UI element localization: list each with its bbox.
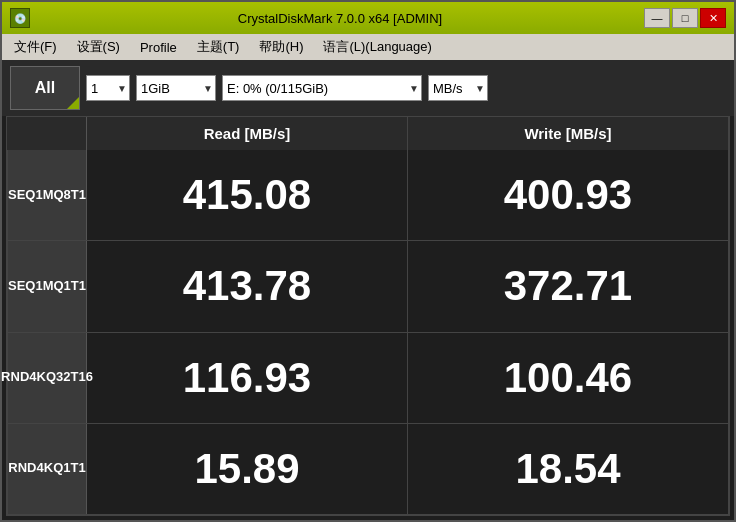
main-content: Read [MB/s] Write [MB/s] SEQ1M Q8T1 415.… bbox=[2, 116, 734, 520]
unit-select-wrapper: MB/s GB/s IOPS ▼ bbox=[428, 75, 488, 101]
read-value-2: 116.93 bbox=[87, 333, 408, 423]
write-value-1: 372.71 bbox=[408, 241, 729, 331]
table-row: RND4K Q32T16 116.93 100.46 bbox=[7, 333, 729, 424]
label-line1-2: RND4K bbox=[1, 369, 46, 386]
write-value-2: 100.46 bbox=[408, 333, 729, 423]
label-cell-2: RND4K Q32T16 bbox=[7, 333, 87, 423]
table-row: SEQ1M Q8T1 415.08 400.93 bbox=[7, 150, 729, 241]
size-select[interactable]: 1GiB 512MiB 256MiB bbox=[136, 75, 216, 101]
read-value-3: 15.89 bbox=[87, 424, 408, 514]
label-line2-3: Q1T1 bbox=[53, 460, 86, 477]
drive-select[interactable]: E: 0% (0/115GiB) bbox=[222, 75, 422, 101]
toolbar: All 1 3 5 ▼ 1GiB 512MiB 256MiB ▼ E: 0% (… bbox=[2, 60, 734, 116]
label-line2-1: Q1T1 bbox=[54, 278, 87, 295]
header-spacer bbox=[7, 117, 87, 150]
benchmark-table: Read [MB/s] Write [MB/s] SEQ1M Q8T1 415.… bbox=[6, 116, 730, 516]
read-value-0: 415.08 bbox=[87, 150, 408, 240]
minimize-button[interactable]: — bbox=[644, 8, 670, 28]
window-title: CrystalDiskMark 7.0.0 x64 [ADMIN] bbox=[36, 11, 644, 26]
table-row: SEQ1M Q1T1 413.78 372.71 bbox=[7, 241, 729, 332]
unit-select[interactable]: MB/s GB/s IOPS bbox=[428, 75, 488, 101]
table-row: RND4K Q1T1 15.89 18.54 bbox=[7, 424, 729, 515]
label-line2-0: Q8T1 bbox=[54, 187, 87, 204]
label-line1-1: SEQ1M bbox=[8, 278, 54, 295]
menu-bar: 文件(F) 设置(S) Profile 主题(T) 帮助(H) 语言(L)(La… bbox=[2, 34, 734, 60]
label-line1-0: SEQ1M bbox=[8, 187, 54, 204]
menu-theme[interactable]: 主题(T) bbox=[189, 36, 248, 58]
menu-file[interactable]: 文件(F) bbox=[6, 36, 65, 58]
app-icon: 💿 bbox=[10, 8, 30, 28]
title-bar: 💿 CrystalDiskMark 7.0.0 x64 [ADMIN] — □ … bbox=[2, 2, 734, 34]
read-value-1: 413.78 bbox=[87, 241, 408, 331]
window-controls: — □ ✕ bbox=[644, 8, 726, 28]
main-window: 💿 CrystalDiskMark 7.0.0 x64 [ADMIN] — □ … bbox=[0, 0, 736, 522]
read-header: Read [MB/s] bbox=[87, 117, 408, 150]
label-cell-1: SEQ1M Q1T1 bbox=[7, 241, 87, 331]
label-cell-0: SEQ1M Q8T1 bbox=[7, 150, 87, 240]
menu-language[interactable]: 语言(L)(Language) bbox=[315, 36, 439, 58]
maximize-button[interactable]: □ bbox=[672, 8, 698, 28]
write-header: Write [MB/s] bbox=[408, 117, 729, 150]
label-line2-2: Q32T16 bbox=[46, 369, 93, 386]
all-button[interactable]: All bbox=[10, 66, 80, 110]
size-select-wrapper: 1GiB 512MiB 256MiB ▼ bbox=[136, 75, 216, 101]
column-header-row: Read [MB/s] Write [MB/s] bbox=[7, 117, 729, 150]
data-rows: SEQ1M Q8T1 415.08 400.93 SEQ1M Q1T1 413.… bbox=[7, 150, 729, 515]
write-value-3: 18.54 bbox=[408, 424, 729, 514]
menu-help[interactable]: 帮助(H) bbox=[251, 36, 311, 58]
num-select[interactable]: 1 3 5 bbox=[86, 75, 130, 101]
menu-settings[interactable]: 设置(S) bbox=[69, 36, 128, 58]
menu-profile[interactable]: Profile bbox=[132, 38, 185, 57]
close-button[interactable]: ✕ bbox=[700, 8, 726, 28]
drive-select-wrapper: E: 0% (0/115GiB) ▼ bbox=[222, 75, 422, 101]
num-select-wrapper: 1 3 5 ▼ bbox=[86, 75, 130, 101]
label-line1-3: RND4K bbox=[8, 460, 53, 477]
write-value-0: 400.93 bbox=[408, 150, 729, 240]
label-cell-3: RND4K Q1T1 bbox=[7, 424, 87, 514]
